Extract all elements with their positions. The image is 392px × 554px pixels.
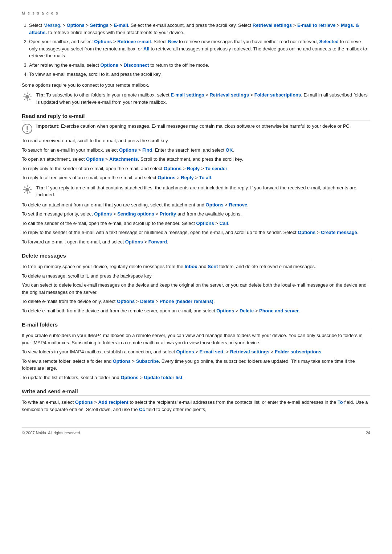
svg-line-17 (24, 186, 26, 188)
link-new[interactable]: New (168, 39, 178, 44)
para-delete-4: To delete e-mails from the device only, … (22, 298, 370, 305)
link-attachments[interactable]: Attachments (109, 156, 138, 162)
link-reply-all[interactable]: Reply (181, 175, 193, 180)
important-icon (22, 123, 33, 134)
tip-icon-1 (22, 91, 33, 102)
copyright: © 2007 Nokia. All rights reserved. (22, 431, 81, 435)
link-add-recipient[interactable]: Add recipient (98, 399, 128, 405)
svg-point-10 (26, 131, 28, 132)
section-heading-delete: Delete messages (22, 253, 370, 260)
link-options-email-sett[interactable]: Options (176, 349, 194, 354)
link-folder-subscriptions-folders[interactable]: Folder subscriptions (275, 349, 322, 354)
link-options-add-recipient[interactable]: Options (75, 399, 93, 405)
link-email-settings-tip[interactable]: E-mail settings (171, 92, 204, 98)
para-read-7: To set the message priority, select Opti… (22, 210, 370, 218)
link-call[interactable]: Call (220, 221, 228, 226)
link-phone-header[interactable]: Phone (header remains) (160, 299, 213, 304)
svg-point-0 (25, 95, 29, 99)
svg-line-8 (24, 99, 26, 100)
link-to-all[interactable]: To all (199, 175, 211, 180)
para-read-3: To open an attachment, select Options > … (22, 156, 370, 163)
intro-note: Some options require you to connect to y… (22, 82, 370, 89)
link-options-find[interactable]: Options (119, 147, 137, 153)
link-folder-subscriptions-tip[interactable]: Folder subscriptions (254, 92, 301, 98)
section-heading-email-folders: E-mail folders (22, 321, 370, 329)
link-delete-phone[interactable]: Delete (140, 299, 154, 304)
para-read-6: To delete an attachment from an e-mail t… (22, 201, 370, 209)
svg-point-12 (25, 188, 29, 192)
link-ok[interactable]: OK (226, 147, 233, 153)
link-cc-field[interactable]: Cc (139, 407, 145, 412)
para-read-5: To reply to all recipients of an e-mail,… (22, 174, 370, 181)
para-folders-1: If you create subfolders in your IMAP4 m… (22, 332, 370, 346)
link-delete-both[interactable]: Delete (240, 308, 254, 313)
link-options-delete-both[interactable]: Options (216, 308, 234, 313)
section-heading-read-reply: Read and reply to e-mail (22, 113, 370, 120)
list-item: After retrieving the e-mails, select Opt… (29, 62, 370, 69)
link-options-delete-phone[interactable]: Options (117, 299, 135, 304)
link-phone-and-server[interactable]: Phone and server (259, 308, 299, 313)
link-settings[interactable]: Settings (90, 22, 109, 28)
link-priority[interactable]: Priority (160, 211, 176, 217)
link-retrieve-email[interactable]: Retrieve e-mail (117, 39, 151, 44)
footer: © 2007 Nokia. All rights reserved. 24 (22, 427, 370, 435)
link-reply-sender[interactable]: Reply (187, 166, 200, 171)
link-sent[interactable]: Sent (208, 264, 218, 269)
link-options-2[interactable]: Options (94, 39, 112, 44)
link-options-remove[interactable]: Options (206, 202, 224, 208)
para-read-10: To forward an e-mail, open the e-mail, a… (22, 238, 370, 246)
link-email-to-retrieve[interactable]: E-mail to retrieve (297, 22, 336, 28)
para-folders-2: To view folders in your IMAP4 mailbox, e… (22, 348, 370, 356)
link-retrieval-settings-tip[interactable]: Retrieval settings (209, 92, 249, 98)
link-options-create[interactable]: Options (298, 230, 315, 235)
list-item: Select Messag. > Options > Settings > E-… (29, 22, 370, 36)
link-options-reply-all[interactable]: Options (158, 175, 175, 180)
link-create-message[interactable]: Create message (321, 230, 357, 235)
important-row: Important: Exercise caution when opening… (22, 123, 370, 134)
tip-row-2: Tip: If you reply to an e-mail that cont… (22, 184, 370, 198)
para-read-2: To search for an e-mail in your mailbox,… (22, 147, 370, 154)
link-options-1[interactable]: Options (67, 22, 85, 28)
list-item: Open your mailbox, and select Options > … (29, 38, 370, 59)
link-sending-options[interactable]: Sending options (117, 211, 154, 217)
link-inbox[interactable]: Inbox (185, 264, 197, 269)
para-write-1: To write an e-mail, select Options > Add… (22, 399, 370, 413)
link-options-attach[interactable]: Options (86, 156, 104, 162)
link-retrieval-settings[interactable]: Retrieval settings (253, 22, 292, 28)
svg-line-6 (29, 99, 30, 100)
link-to-field[interactable]: To (338, 399, 343, 405)
link-find[interactable]: Find (142, 147, 152, 153)
svg-line-5 (24, 94, 26, 95)
tip-text-2: Tip: If you reply to an e-mail that cont… (36, 184, 370, 198)
page-number: 24 (366, 431, 370, 435)
link-forward[interactable]: Forward (148, 239, 167, 245)
link-messag[interactable]: Messag. (44, 22, 61, 28)
link-remove[interactable]: Remove (229, 202, 248, 208)
link-options-subscribe[interactable]: Options (113, 358, 131, 364)
tip-icon-2 (22, 184, 33, 195)
link-options-call[interactable]: Options (196, 221, 214, 226)
link-to-sender[interactable]: To sender (205, 166, 227, 171)
link-email[interactable]: E-mail (114, 22, 128, 28)
para-read-4: To reply only to the sender of an e-mail… (22, 165, 370, 172)
link-all[interactable]: All (143, 46, 150, 52)
link-options-update[interactable]: Options (121, 375, 138, 380)
link-options-forward[interactable]: Options (125, 239, 143, 245)
link-options-sending[interactable]: Options (94, 211, 112, 217)
para-delete-3: You can select to delete local e-mail me… (22, 282, 370, 296)
para-delete-5: To delete e-mail both from the device an… (22, 307, 370, 315)
link-selected[interactable]: Selected (319, 39, 339, 44)
link-email-sett[interactable]: E-mail sett. (200, 349, 225, 354)
page-header: M e s s a g e s (22, 11, 370, 15)
svg-line-19 (29, 186, 30, 188)
link-subscribe[interactable]: Subscribe (136, 358, 159, 364)
para-read-8: To call the sender of the e-mail, open t… (22, 220, 370, 227)
link-disconnect[interactable]: Disconnect (123, 62, 149, 68)
link-update-folder-list[interactable]: Update folder list (144, 375, 182, 380)
para-read-1: To read a received e-mail, scroll to the… (22, 137, 370, 144)
svg-line-20 (24, 192, 26, 193)
link-options-reply-sender[interactable]: Options (164, 166, 181, 171)
svg-line-18 (29, 192, 30, 193)
link-options-3[interactable]: Options (101, 62, 118, 68)
link-retrieval-settings-folders[interactable]: Retrieval settings (230, 349, 269, 354)
